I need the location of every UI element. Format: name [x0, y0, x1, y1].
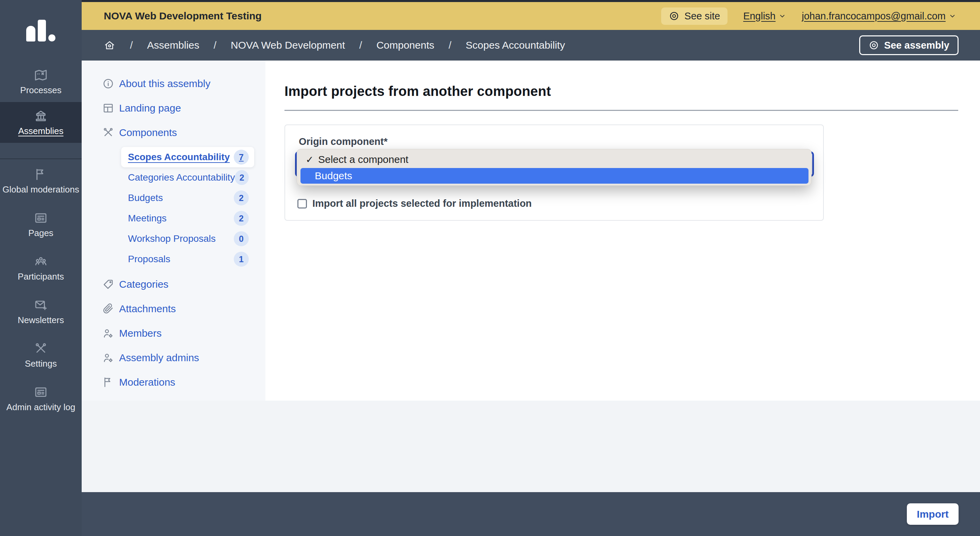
nav-subitem-label: Categories Accountability [128, 172, 235, 183]
import-all-checkbox-row[interactable]: Import all projects selected for impleme… [298, 198, 532, 209]
grid-icon [102, 102, 115, 114]
nav-item-moderations[interactable]: Moderations [82, 370, 266, 395]
breadcrumb-item-assemblies[interactable]: Assemblies [147, 40, 199, 51]
see-site-button[interactable]: See site [661, 8, 727, 25]
nav-item-categories[interactable]: Categories [82, 272, 266, 297]
main-content: Import projects from another component O… [266, 60, 980, 401]
sidebar-item-settings[interactable]: Settings [0, 333, 82, 377]
sidebar-item-global-moderations[interactable]: Global moderations [0, 159, 82, 203]
nav-item-label: Categories [119, 279, 169, 290]
decidim-logo-mark [26, 20, 56, 41]
nav-subitem-label: Meetings [128, 213, 167, 224]
count-badge: 7 [234, 150, 249, 165]
assembly-nav: About this assembly Landing page Compone… [82, 60, 266, 401]
nav-item-landing-page[interactable]: Landing page [82, 96, 266, 121]
breadcrumb-separator: / [130, 40, 133, 51]
organization-topbar: NOVA Web Development Testing See site En… [82, 2, 980, 30]
count-badge: 0 [234, 231, 249, 246]
sidebar-item-label: Pages [28, 228, 53, 238]
sidebar-item-label: Participants [18, 272, 64, 282]
count-badge: 2 [234, 211, 249, 226]
nav-item-label: Assembly admins [119, 352, 199, 363]
tools-icon [34, 341, 48, 356]
sidebar-item-processes[interactable]: Processes [0, 61, 82, 102]
nav-subitem-label: Budgets [128, 192, 163, 203]
dropdown-option-label: Budgets [315, 170, 352, 182]
nav-subitem-label: Proposals [128, 254, 170, 265]
nav-item-label: About this assembly [119, 78, 210, 89]
nav-item-about-assembly[interactable]: About this assembly [82, 71, 266, 96]
sidebar-item-admin-activity-log[interactable]: Admin activity log [0, 377, 82, 420]
import-all-checkbox[interactable] [298, 199, 307, 208]
info-icon [102, 78, 115, 90]
nav-item-assembly-admins[interactable]: Assembly admins [82, 346, 266, 370]
checkmark-icon: ✓ [305, 154, 315, 165]
tools-icon [102, 127, 115, 139]
nav-item-members[interactable]: Members [82, 321, 266, 346]
nav-subitem-workshop-proposals[interactable]: Workshop Proposals 0 [121, 228, 254, 249]
nav-item-label: Components [119, 127, 177, 138]
nav-item-label: Members [119, 328, 162, 339]
decidim-logo[interactable] [0, 0, 82, 61]
nav-subitem-budgets[interactable]: Budgets 2 [121, 188, 254, 208]
nav-subitem-meetings[interactable]: Meetings 2 [121, 208, 254, 228]
breadcrumb: / Assemblies / NOVA Web Development / Co… [82, 30, 980, 60]
nav-subitem-proposals[interactable]: Proposals 1 [121, 249, 254, 270]
import-button[interactable]: Import [907, 503, 959, 525]
count-badge: 1 [234, 252, 249, 266]
see-assembly-button[interactable]: See assembly [859, 35, 959, 55]
breadcrumb-item-components[interactable]: Components [376, 40, 434, 51]
breadcrumb-separator: / [214, 40, 216, 51]
language-label: English [743, 11, 775, 22]
breadcrumb-item-assembly[interactable]: NOVA Web Development [231, 40, 345, 51]
breadcrumb-item-current: Scopes Accountability [466, 40, 565, 51]
nav-subitem-categories-accountability[interactable]: Categories Accountability 2 [121, 167, 254, 188]
see-assembly-label: See assembly [884, 40, 950, 51]
user-gear-icon [102, 327, 115, 339]
user-menu[interactable]: johan.francocampos@gmail.com [802, 11, 956, 22]
nav-subitem-scopes-accountability[interactable]: Scopes Accountability 7 [121, 147, 254, 167]
sidebar-item-assemblies[interactable]: Assemblies [0, 102, 82, 143]
flag-icon [34, 167, 48, 182]
sidebar-item-label: Settings [25, 359, 57, 369]
home-icon[interactable] [103, 39, 116, 51]
sidebar-item-pages[interactable]: Pages [0, 203, 82, 246]
page-title: Import projects from another component [285, 84, 958, 99]
sidebar-item-newsletters[interactable]: Newsletters [0, 290, 82, 333]
count-badge: 2 [235, 170, 249, 185]
import-all-checkbox-label: Import all projects selected for impleme… [312, 198, 532, 209]
nav-item-label: Moderations [119, 376, 175, 388]
newspaper-icon [34, 385, 48, 399]
eye-circle-icon [869, 40, 879, 51]
sidebar-item-label: Admin activity log [6, 402, 75, 412]
nav-item-components[interactable]: Components [82, 121, 266, 145]
import-form-card: Origin component* ✓ Select a component B… [285, 124, 824, 221]
breadcrumb-separator: / [449, 40, 451, 51]
paperclip-icon [102, 303, 115, 315]
sidebar-item-participants[interactable]: Participants [0, 246, 82, 290]
see-site-label: See site [684, 11, 720, 22]
newspaper-icon [34, 211, 48, 225]
components-sub-list: Scopes Accountability 7 Categories Accou… [82, 147, 266, 270]
dropdown-option-budgets[interactable]: Budgets [301, 168, 808, 184]
nav-subitem-label: Workshop Proposals [128, 233, 216, 244]
dropdown-option-label: Select a component [318, 154, 408, 165]
origin-component-dropdown-menu: ✓ Select a component Budgets [297, 149, 811, 186]
flag-icon [102, 376, 115, 389]
logo-bar [26, 26, 35, 41]
nav-item-label: Landing page [119, 102, 181, 114]
mail-plus-icon [34, 298, 48, 312]
sidebar-item-label: Newsletters [18, 315, 64, 325]
sidebar-item-label: Processes [20, 86, 61, 95]
nav-item-attachments[interactable]: Attachments [82, 297, 266, 321]
chevron-down-icon [949, 12, 956, 20]
sidebar-divider [0, 143, 82, 159]
language-selector[interactable]: English [743, 11, 786, 22]
nav-subitem-label: Scopes Accountability [128, 152, 230, 163]
admin-sidebar: Processes Assemblies Global moderations … [0, 0, 82, 536]
logo-bar [38, 20, 46, 41]
chevron-down-icon [778, 12, 786, 20]
dropdown-option-select-a-component[interactable]: ✓ Select a component [297, 152, 811, 167]
breadcrumb-separator: / [360, 40, 362, 51]
map-icon [34, 68, 48, 82]
